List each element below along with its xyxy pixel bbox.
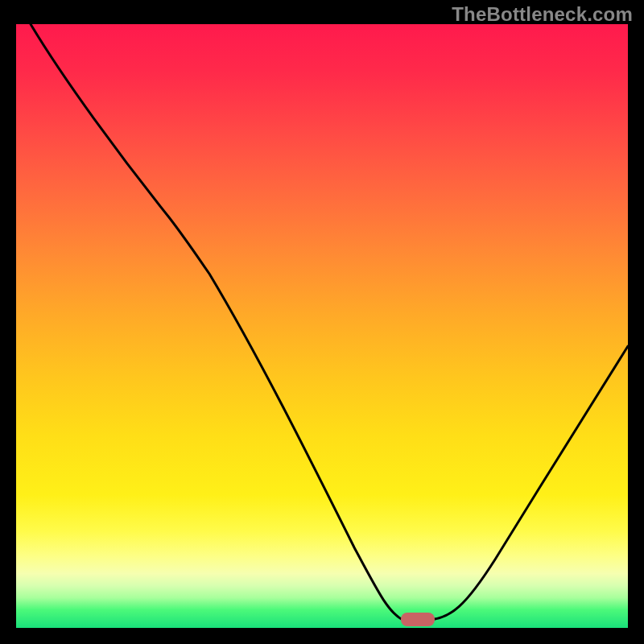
optimal-marker bbox=[401, 613, 435, 626]
curve-layer bbox=[16, 24, 628, 628]
watermark-text: TheBottleneck.com bbox=[452, 3, 633, 26]
plot-area bbox=[16, 24, 628, 628]
bottleneck-curve bbox=[31, 24, 628, 620]
chart-frame: TheBottleneck.com bbox=[0, 0, 644, 644]
